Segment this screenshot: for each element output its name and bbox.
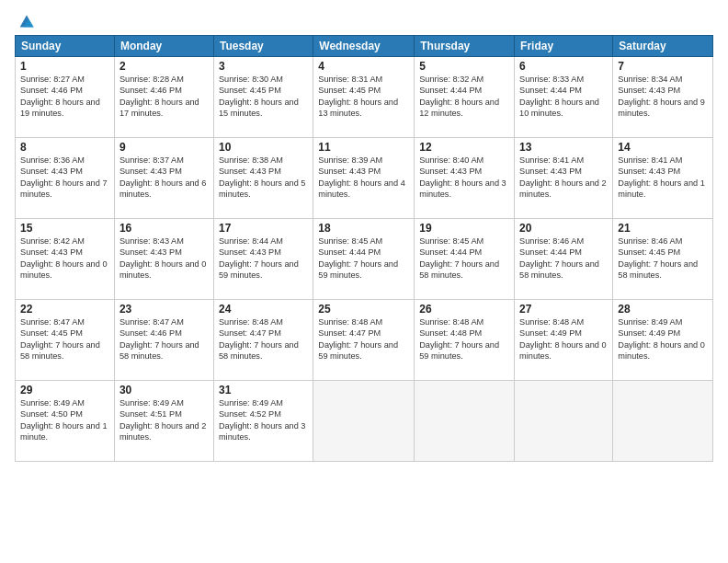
calendar-day-19: 19Sunrise: 8:45 AMSunset: 4:44 PMDayligh… [415, 219, 515, 300]
sunset-text: Sunset: 4:44 PM [519, 247, 582, 257]
sunrise-text: Sunrise: 8:39 AM [318, 155, 382, 165]
day-info: Sunrise: 8:48 AMSunset: 4:47 PMDaylight:… [219, 316, 308, 362]
daylight-text: Daylight: 8 hours and 17 minutes. [119, 98, 199, 118]
day-info: Sunrise: 8:38 AMSunset: 4:43 PMDaylight:… [219, 155, 308, 201]
daylight-text: Daylight: 8 hours and 2 minutes. [519, 178, 607, 199]
calendar-day-4: 4Sunrise: 8:31 AMSunset: 4:45 PMDaylight… [313, 57, 415, 138]
empty-cell [515, 381, 613, 462]
empty-cell [313, 381, 415, 462]
day-number: 5 [419, 60, 509, 73]
calendar-day-7: 7Sunrise: 8:34 AMSunset: 4:43 PMDaylight… [613, 57, 713, 138]
calendar-day-25: 25Sunrise: 8:48 AMSunset: 4:47 PMDayligh… [313, 300, 415, 381]
day-number: 2 [119, 60, 209, 73]
daylight-text: Daylight: 8 hours and 0 minutes. [618, 340, 705, 361]
day-info: Sunrise: 8:30 AMSunset: 4:45 PMDaylight:… [219, 74, 308, 120]
daylight-text: Daylight: 8 hours and 6 minutes. [119, 178, 207, 199]
sunrise-text: Sunrise: 8:46 AM [618, 236, 682, 246]
day-number: 10 [219, 141, 308, 154]
calendar-week-1: 1Sunrise: 8:27 AMSunset: 4:46 PMDaylight… [16, 57, 713, 138]
day-number: 12 [419, 141, 509, 154]
sunset-text: Sunset: 4:43 PM [618, 167, 680, 176]
empty-cell [613, 381, 713, 462]
day-info: Sunrise: 8:33 AMSunset: 4:44 PMDaylight:… [519, 74, 608, 120]
day-number: 6 [519, 60, 608, 73]
sunrise-text: Sunrise: 8:41 AM [618, 155, 682, 165]
sunrise-text: Sunrise: 8:48 AM [318, 317, 382, 327]
day-number: 29 [20, 384, 109, 396]
calendar-day-1: 1Sunrise: 8:27 AMSunset: 4:46 PMDaylight… [16, 57, 115, 138]
day-number: 25 [318, 303, 409, 316]
daylight-text: Daylight: 7 hours and 58 minutes. [119, 340, 199, 361]
day-info: Sunrise: 8:44 AMSunset: 4:43 PMDaylight:… [219, 236, 308, 282]
sunrise-text: Sunrise: 8:34 AM [618, 75, 682, 84]
sunset-text: Sunset: 4:44 PM [419, 247, 482, 257]
logo-icon [17, 11, 37, 31]
daylight-text: Daylight: 8 hours and 13 minutes. [318, 98, 398, 118]
sunset-text: Sunset: 4:45 PM [219, 86, 281, 95]
day-info: Sunrise: 8:45 AMSunset: 4:44 PMDaylight:… [318, 236, 409, 282]
sunrise-text: Sunrise: 8:33 AM [519, 75, 584, 84]
calendar-day-23: 23Sunrise: 8:47 AMSunset: 4:46 PMDayligh… [114, 300, 213, 381]
day-info: Sunrise: 8:48 AMSunset: 4:48 PMDaylight:… [419, 316, 509, 362]
calendar-day-12: 12Sunrise: 8:40 AMSunset: 4:43 PMDayligh… [415, 138, 515, 219]
sunset-text: Sunset: 4:45 PM [318, 86, 381, 95]
sunrise-text: Sunrise: 8:28 AM [119, 75, 184, 84]
calendar-day-17: 17Sunrise: 8:44 AMSunset: 4:43 PMDayligh… [213, 219, 313, 300]
daylight-text: Daylight: 7 hours and 59 minutes. [318, 259, 398, 280]
calendar-day-21: 21Sunrise: 8:46 AMSunset: 4:45 PMDayligh… [613, 219, 713, 300]
sunset-text: Sunset: 4:49 PM [519, 328, 582, 338]
calendar-day-13: 13Sunrise: 8:41 AMSunset: 4:43 PMDayligh… [515, 138, 613, 219]
daylight-text: Daylight: 7 hours and 58 minutes. [219, 340, 299, 361]
daylight-text: Daylight: 8 hours and 0 minutes. [20, 259, 108, 280]
day-info: Sunrise: 8:49 AMSunset: 4:52 PMDaylight:… [219, 397, 308, 443]
calendar-week-3: 15Sunrise: 8:42 AMSunset: 4:43 PMDayligh… [16, 219, 713, 300]
calendar-table: SundayMondayTuesdayWednesdayThursdayFrid… [15, 35, 713, 462]
daylight-text: Daylight: 8 hours and 5 minutes. [219, 178, 306, 199]
logo [15, 11, 37, 28]
sunrise-text: Sunrise: 8:42 AM [20, 236, 85, 246]
sunset-text: Sunset: 4:46 PM [119, 328, 182, 338]
day-number: 16 [119, 222, 209, 235]
daylight-text: Daylight: 8 hours and 12 minutes. [419, 98, 499, 118]
day-number: 13 [519, 141, 608, 154]
daylight-text: Daylight: 8 hours and 1 minute. [20, 421, 108, 442]
day-info: Sunrise: 8:27 AMSunset: 4:46 PMDaylight:… [20, 74, 109, 120]
daylight-text: Daylight: 8 hours and 4 minutes. [318, 178, 405, 199]
calendar-day-30: 30Sunrise: 8:49 AMSunset: 4:51 PMDayligh… [114, 381, 213, 462]
sunrise-text: Sunrise: 8:38 AM [219, 155, 283, 165]
day-info: Sunrise: 8:28 AMSunset: 4:46 PMDaylight:… [119, 74, 209, 120]
day-number: 28 [618, 303, 708, 316]
calendar-day-26: 26Sunrise: 8:48 AMSunset: 4:48 PMDayligh… [415, 300, 515, 381]
sunrise-text: Sunrise: 8:41 AM [519, 155, 584, 165]
day-number: 23 [119, 303, 209, 316]
day-number: 21 [618, 222, 708, 235]
sunset-text: Sunset: 4:43 PM [119, 167, 182, 176]
day-number: 4 [318, 60, 409, 73]
calendar-day-9: 9Sunrise: 8:37 AMSunset: 4:43 PMDaylight… [114, 138, 213, 219]
calendar-day-5: 5Sunrise: 8:32 AMSunset: 4:44 PMDaylight… [415, 57, 515, 138]
sunrise-text: Sunrise: 8:48 AM [419, 317, 483, 327]
calendar-day-18: 18Sunrise: 8:45 AMSunset: 4:44 PMDayligh… [313, 219, 415, 300]
sunrise-text: Sunrise: 8:43 AM [119, 236, 184, 246]
daylight-text: Daylight: 8 hours and 0 minutes. [119, 259, 207, 280]
calendar-day-22: 22Sunrise: 8:47 AMSunset: 4:45 PMDayligh… [16, 300, 115, 381]
sunset-text: Sunset: 4:45 PM [20, 328, 83, 338]
sunrise-text: Sunrise: 8:32 AM [419, 75, 483, 84]
day-info: Sunrise: 8:41 AMSunset: 4:43 PMDaylight:… [519, 155, 608, 201]
daylight-text: Daylight: 7 hours and 59 minutes. [419, 340, 499, 361]
day-number: 30 [119, 384, 209, 396]
day-number: 9 [119, 141, 209, 154]
sunset-text: Sunset: 4:43 PM [318, 167, 381, 176]
calendar-day-29: 29Sunrise: 8:49 AMSunset: 4:50 PMDayligh… [16, 381, 115, 462]
day-number: 14 [618, 141, 708, 154]
logo-text [15, 11, 37, 31]
header [15, 11, 713, 28]
calendar-day-14: 14Sunrise: 8:41 AMSunset: 4:43 PMDayligh… [613, 138, 713, 219]
sunrise-text: Sunrise: 8:46 AM [519, 236, 584, 246]
day-number: 17 [219, 222, 308, 235]
daylight-text: Daylight: 8 hours and 1 minute. [618, 178, 705, 199]
daylight-text: Daylight: 7 hours and 58 minutes. [519, 259, 599, 280]
weekday-header-monday: Monday [114, 36, 213, 57]
weekday-header-tuesday: Tuesday [213, 36, 313, 57]
day-number: 7 [618, 60, 708, 73]
